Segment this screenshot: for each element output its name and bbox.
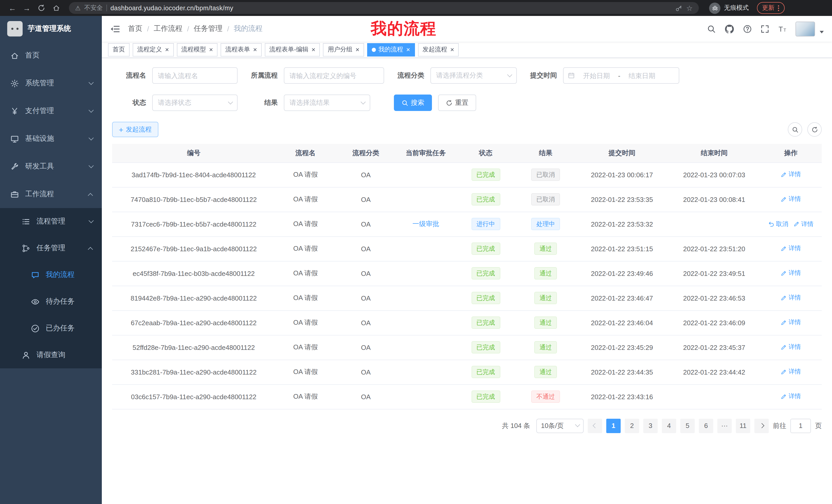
page-button-4[interactable]: 4 xyxy=(662,418,676,433)
detail-link[interactable]: 详情 xyxy=(781,244,801,253)
detail-link[interactable]: 详情 xyxy=(781,343,801,352)
owner-process-input[interactable] xyxy=(289,72,379,79)
security-label[interactable]: 不安全 xyxy=(84,4,103,12)
reset-button[interactable]: 重置 xyxy=(438,94,476,111)
end-date-input[interactable] xyxy=(622,72,661,79)
breadcrumb-item[interactable]: 工作流程 xyxy=(154,24,183,33)
app-logo-row[interactable]: 芋道管理系统 xyxy=(0,16,102,41)
url-text[interactable]: dashboard.yudao.iocoder.cn/bpm/task/my xyxy=(110,4,233,11)
chevron-up-icon xyxy=(88,193,93,198)
sidebar-item-leave-query[interactable]: 请假查询 xyxy=(0,342,102,368)
github-icon[interactable] xyxy=(725,24,734,34)
sidebar-item-payment[interactable]: 支付管理 xyxy=(0,97,102,125)
bookmark-star-icon[interactable]: ☆ xyxy=(686,4,693,12)
sidebar-item-devtools[interactable]: 研发工具 xyxy=(0,152,102,180)
close-icon[interactable]: × xyxy=(165,46,169,53)
next-page-button[interactable] xyxy=(754,418,769,433)
search-button[interactable]: 搜索 xyxy=(394,94,432,111)
page-button-1[interactable]: 1 xyxy=(606,418,621,433)
category-select[interactable]: 请选择流程分类 xyxy=(431,67,517,84)
close-icon[interactable]: × xyxy=(209,46,213,53)
create-process-button[interactable]: + 发起流程 xyxy=(112,122,158,137)
tab-process-model[interactable]: 流程模型 × xyxy=(177,43,217,56)
page-button-3[interactable]: 3 xyxy=(643,418,658,433)
page-size-select[interactable]: 10条/页 xyxy=(536,418,583,433)
search-icon xyxy=(401,100,408,106)
detail-link[interactable]: 详情 xyxy=(781,392,801,401)
sidebar-fold-icon[interactable] xyxy=(110,24,120,34)
browser-menu-dots-icon[interactable] xyxy=(778,4,780,11)
submit-time-range[interactable]: - xyxy=(563,67,679,84)
cell-end: 2022-01-23 00:07:03 xyxy=(669,162,760,187)
sidebar-item-infrastructure[interactable]: 基础设施 xyxy=(0,125,102,152)
start-date-input[interactable] xyxy=(577,72,616,79)
address-bar[interactable]: ⚠ 不安全 dashboard.yudao.iocoder.cn/bpm/tas… xyxy=(69,2,699,14)
detail-link[interactable]: 详情 xyxy=(781,293,801,302)
goto-page-input[interactable] xyxy=(790,418,811,433)
detail-link[interactable]: 详情 xyxy=(781,368,801,376)
sidebar-item-done-tasks[interactable]: 已办任务 xyxy=(0,315,102,342)
page-button-5[interactable]: 5 xyxy=(680,418,695,433)
update-button[interactable]: 更新 xyxy=(757,2,785,14)
prev-page-button[interactable] xyxy=(588,418,602,433)
tab-user-group[interactable]: 用户分组 × xyxy=(323,43,364,56)
tab-my-process[interactable]: 我的流程 × xyxy=(367,43,415,56)
close-icon[interactable]: × xyxy=(312,46,315,53)
tab-start-process[interactable]: 发起流程 × xyxy=(418,43,459,56)
page-button-2[interactable]: 2 xyxy=(625,418,639,433)
table-row: 7470a810-7b9b-11ec-b5b7-acde48001122 OA … xyxy=(112,187,822,212)
sidebar-item-my-process[interactable]: 我的流程 xyxy=(0,261,102,288)
password-key-icon[interactable] xyxy=(675,4,683,11)
caret-down-icon[interactable] xyxy=(820,31,824,33)
detail-link[interactable]: 详情 xyxy=(781,318,801,327)
result-select[interactable]: 请选择流结果 xyxy=(284,94,370,111)
help-icon[interactable] xyxy=(743,24,752,33)
search-icon[interactable] xyxy=(707,24,716,33)
cell-result: 已取消 xyxy=(516,187,575,212)
status-select[interactable]: 请选择状态 xyxy=(152,94,238,111)
detail-link[interactable]: 详情 xyxy=(781,269,801,278)
current-task-link[interactable]: 一级审批 xyxy=(412,220,439,228)
detail-link[interactable]: 详情 xyxy=(781,170,801,179)
fullscreen-icon[interactable] xyxy=(760,24,769,33)
close-icon[interactable]: × xyxy=(450,46,454,53)
close-icon[interactable]: × xyxy=(406,46,410,53)
tab-process-form[interactable]: 流程表单 × xyxy=(220,43,261,56)
sidebar-item-system[interactable]: 系统管理 xyxy=(0,69,102,97)
close-icon[interactable]: × xyxy=(253,46,257,53)
sidebar-item-label: 工作流程 xyxy=(25,190,54,199)
close-icon[interactable]: × xyxy=(356,46,359,53)
page-button-6[interactable]: 6 xyxy=(699,418,713,433)
reload-icon[interactable] xyxy=(37,4,45,12)
breadcrumb-item[interactable]: 任务管理 xyxy=(194,24,223,33)
sidebar-item-todo-tasks[interactable]: 待办任务 xyxy=(0,288,102,315)
process-name-input[interactable] xyxy=(158,72,232,79)
col-actions: 操作 xyxy=(760,144,822,162)
forward-icon[interactable]: → xyxy=(21,2,33,14)
toggle-search-button[interactable] xyxy=(788,122,802,137)
sidebar-item-home[interactable]: 首页 xyxy=(0,41,102,69)
cell-submit: 2022-01-22 23:43:16 xyxy=(575,384,669,409)
home-icon[interactable] xyxy=(52,4,60,12)
avatar[interactable] xyxy=(796,21,815,36)
cell-name: OA 请假 xyxy=(275,261,336,286)
tab-process-form-edit[interactable]: 流程表单-编辑 × xyxy=(265,43,320,56)
detail-link[interactable]: 详情 xyxy=(794,220,813,228)
back-icon[interactable]: ← xyxy=(6,2,19,14)
cell-task xyxy=(396,360,456,384)
edit-icon xyxy=(781,172,787,178)
font-size-icon[interactable] xyxy=(778,24,787,33)
tab-process-definition[interactable]: 流程定义 × xyxy=(133,43,174,56)
detail-link[interactable]: 详情 xyxy=(781,195,801,204)
cancel-link[interactable]: 取消 xyxy=(768,220,788,228)
sidebar-item-workflow[interactable]: 工作流程 xyxy=(0,180,102,208)
chat-icon xyxy=(31,271,40,279)
refresh-table-button[interactable] xyxy=(807,122,822,137)
sidebar-item-task-mgmt[interactable]: 任务管理 xyxy=(0,235,102,261)
pagination-ellipsis[interactable]: ··· xyxy=(717,418,732,433)
breadcrumb-item[interactable]: 首页 xyxy=(128,24,142,33)
tab-home[interactable]: 首页 xyxy=(108,43,130,56)
sidebar-item-process-mgmt[interactable]: 流程管理 xyxy=(0,208,102,235)
page-button-11[interactable]: 11 xyxy=(736,418,750,433)
col-result: 结果 xyxy=(516,144,575,162)
